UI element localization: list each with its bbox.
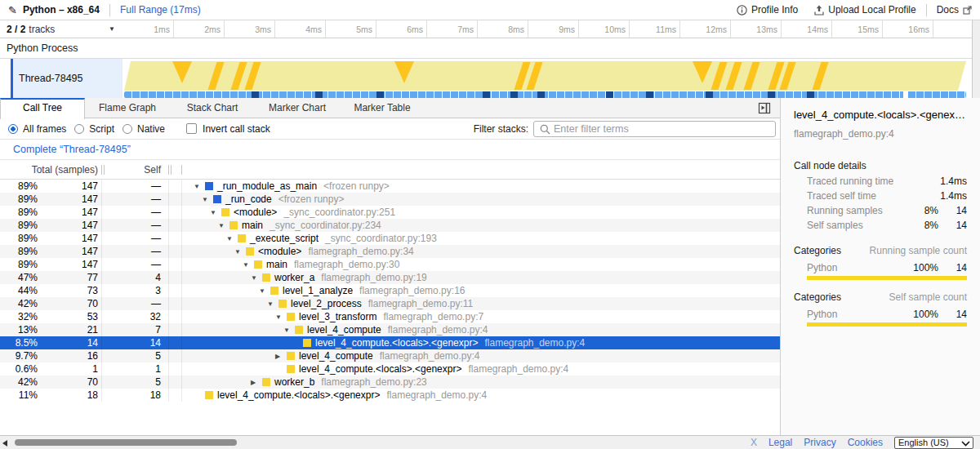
column-resize-handle[interactable] (168, 165, 169, 175)
tree-row[interactable]: 89%147—▼_execute_script_sync_coordinator… (0, 232, 780, 245)
function-name: _run_module_as_main (217, 180, 317, 192)
sidebar: level_4_compute.<locals>.<genexpr> flame… (780, 98, 980, 435)
ruler-gridline (528, 20, 528, 38)
scroll-left-arrow-icon[interactable] (2, 440, 7, 447)
ruler-tick-label: 7ms (428, 24, 474, 34)
collapse-arrow-icon[interactable]: ▼ (194, 183, 205, 190)
ruler-gridline (629, 20, 630, 38)
chevron-down-icon (961, 441, 970, 447)
collapse-arrow-icon[interactable]: ▼ (275, 313, 287, 321)
category-value: 14 (956, 262, 967, 273)
ruler-gridline (173, 20, 174, 38)
tree-row[interactable]: 9.7%165▶level_4_computeflamegraph_demo.p… (0, 349, 780, 362)
column-resize-handle[interactable] (104, 165, 105, 175)
tree-row[interactable]: 8.5%1414level_4_compute.<locals>.<genexp… (0, 336, 780, 349)
open-sidebar-icon[interactable] (758, 102, 771, 117)
horizontal-scrollbar-thumb[interactable] (15, 439, 237, 446)
column-resize-handle[interactable] (171, 165, 172, 175)
footer-link-legal[interactable]: Legal (768, 437, 792, 448)
collapse-arrow-icon[interactable]: ▼ (218, 222, 229, 229)
detail-value: 1.4ms (940, 190, 967, 202)
detail-label: Traced running time (807, 176, 893, 187)
function-name: main (242, 220, 263, 231)
row-total-samples: 73 (39, 284, 98, 297)
tree-row[interactable]: 0.6%11level_4_compute.<locals>.<genexpr>… (0, 362, 780, 376)
tree-row[interactable]: 42%70—▼level_2_processflamegraph_demo.py… (0, 297, 780, 310)
tree-row[interactable]: 89%147—▼<module>flamegraph_demo.py:34 (0, 245, 780, 258)
collapse-arrow-icon[interactable]: ▼ (259, 287, 270, 295)
tree-row[interactable]: 11%1818level_4_compute.<locals>.<genexpr… (0, 389, 780, 402)
collapse-arrow-icon[interactable]: ▼ (210, 209, 221, 216)
categories-count-label: Self sample count (889, 291, 967, 303)
collapse-arrow-icon[interactable]: ▼ (243, 261, 254, 269)
thread-track-label[interactable]: Thread-78495 (13, 59, 122, 98)
function-name: level_4_compute (299, 350, 373, 362)
expand-arrow-icon[interactable]: ▶ (275, 353, 287, 360)
collapse-arrow-icon[interactable]: ▼ (283, 327, 295, 334)
category-square-icon (205, 182, 213, 190)
row-total-percent: 42% (0, 297, 38, 310)
tree-row[interactable]: 13%217▼level_4_computeflamegraph_demo.py… (0, 323, 780, 336)
function-name: main (266, 259, 287, 270)
collapse-arrow-icon[interactable]: ▼ (267, 300, 278, 308)
collapse-arrow-icon[interactable]: ▼ (234, 248, 246, 256)
row-self-samples: — (106, 258, 161, 271)
tab-marker-table[interactable]: Marker Table (340, 98, 425, 118)
tree-row[interactable]: 47%774▼worker_aflamegraph_demo.py:19 (0, 271, 780, 284)
collapse-arrow-icon[interactable]: ▼ (251, 274, 262, 282)
edit-pencil-icon[interactable]: ✎ (8, 5, 17, 16)
full-range-button[interactable]: Full Range (17ms) (120, 4, 201, 16)
docs-button[interactable]: Docs (937, 4, 972, 16)
tree-row[interactable]: 89%147—▼_run_module_as_main<frozen runpy… (0, 180, 780, 193)
collapse-arrow-icon[interactable]: ▼ (226, 235, 238, 242)
tree-row[interactable]: 89%147—▼mainflamegraph_demo.py:30 (0, 258, 780, 271)
expand-arrow-icon[interactable]: ▶ (251, 379, 262, 386)
process-track-row[interactable]: Python Process (0, 38, 972, 59)
tracks-word: tracks (29, 24, 55, 35)
upload-profile-button[interactable]: Upload Local Profile (814, 4, 915, 16)
tree-row[interactable]: 42%705▶worker_bflamegraph_demo.py:23 (0, 376, 780, 389)
ruler-tick-label: 13ms (732, 24, 777, 34)
radio-option-all-frames[interactable]: All frames (8, 123, 66, 135)
footer-link-privacy[interactable]: Privacy (804, 437, 835, 448)
tracks-dropdown-button[interactable]: 2 / 2 tracks ▼ (0, 20, 122, 38)
row-total-percent: 89% (0, 232, 38, 245)
profile-info-button[interactable]: Profile Info (737, 4, 798, 16)
function-name: _execute_script (250, 233, 318, 244)
function-name: level_4_compute.<locals>.<genexpr> (315, 337, 478, 349)
tree-row[interactable]: 89%147—▼_run_code<frozen runpy> (0, 193, 780, 206)
call-tree-settings: All framesScriptNative Invert call stack… (0, 118, 780, 140)
tracks-count: 2 / 2 (7, 24, 25, 35)
ruler-tick-label: 11ms (630, 24, 676, 34)
radio-option-native[interactable]: Native (122, 123, 165, 135)
tab-call-tree[interactable]: Call Tree (0, 98, 85, 119)
breadcrumb[interactable]: Complete “Thread-78495” (13, 144, 131, 155)
radio-option-script[interactable]: Script (74, 123, 114, 135)
tree-row[interactable]: 44%733▼level_1_analyzeflamegraph_demo.py… (0, 284, 780, 297)
invert-call-stack-checkbox[interactable] (186, 123, 197, 134)
column-header-self[interactable]: Self (105, 160, 161, 180)
tab-marker-chart[interactable]: Marker Chart (255, 98, 340, 118)
row-function-cell: ▼worker_aflamegraph_demo.py:19 (185, 271, 427, 284)
thread-track-canvas[interactable] (122, 59, 969, 98)
filter-stacks-input[interactable] (533, 121, 776, 137)
tab-flame-graph[interactable]: Flame Graph (85, 98, 170, 118)
tree-row[interactable]: 32%5332▼level_3_transformflamegraph_demo… (0, 310, 780, 323)
detail-percent: 8% (924, 205, 938, 216)
category-percent: 100% (913, 309, 938, 320)
column-resize-handle[interactable] (101, 165, 102, 175)
tree-row[interactable]: 89%147—▼<module>_sync_coordinator.py:251 (0, 206, 780, 219)
footer-close-link[interactable]: X (751, 437, 757, 448)
row-self-samples: — (106, 297, 161, 310)
tree-row[interactable]: 89%147—▼main_sync_coordinator.py:234 (0, 219, 780, 232)
timeline-ruler[interactable]: 1ms2ms3ms4ms5ms6ms7ms8ms9ms10ms11ms12ms1… (122, 20, 969, 38)
timeline-scrollbar-gutter[interactable] (972, 20, 980, 98)
tab-stack-chart[interactable]: Stack Chart (170, 98, 255, 118)
row-self-samples: 1 (106, 362, 161, 376)
collapse-arrow-icon[interactable]: ▼ (202, 196, 213, 203)
column-header-total[interactable]: Total (samples) (0, 160, 98, 180)
language-select[interactable]: English (US) (894, 437, 973, 449)
footer-link-cookies[interactable]: Cookies (848, 437, 883, 448)
row-total-samples: 1 (39, 362, 98, 376)
row-total-samples: 77 (39, 271, 98, 284)
